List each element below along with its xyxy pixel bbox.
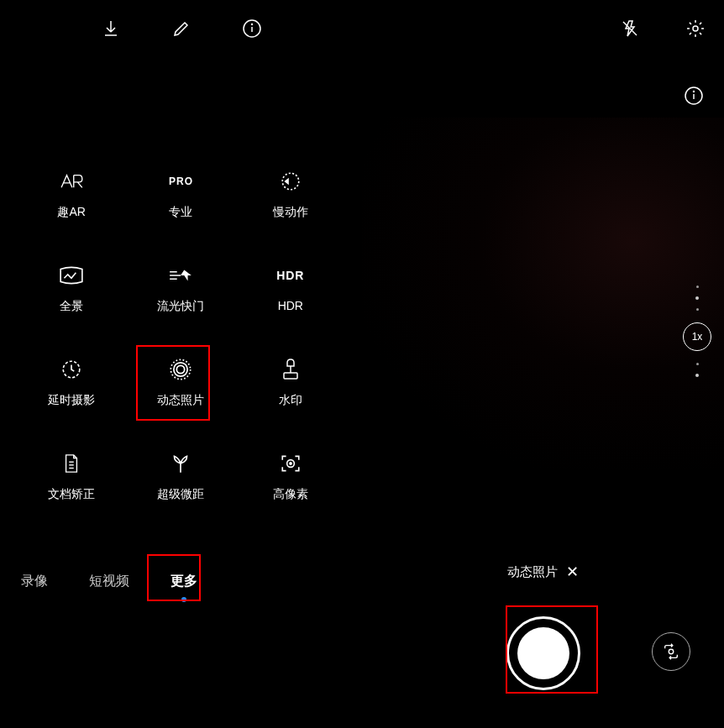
top-toolbar [0, 17, 362, 40]
pro-icon: PRO [167, 168, 194, 195]
mode-timelapse[interactable]: 延时摄影 [17, 356, 126, 408]
edit-icon[interactable] [170, 17, 193, 40]
info-icon[interactable] [682, 84, 706, 107]
mode-highres[interactable]: 高像素 [236, 450, 345, 502]
mode-label: 水印 [279, 393, 302, 408]
mode-hdr[interactable]: HDR HDR [236, 262, 345, 314]
mode-ar[interactable]: 趣AR [17, 168, 126, 220]
mode-label: 专业 [169, 205, 192, 220]
mode-slowmo[interactable]: 慢动作 [236, 168, 345, 220]
mode-label: 延时摄影 [48, 393, 95, 408]
svg-point-20 [669, 649, 674, 654]
docscan-icon [58, 450, 85, 477]
zoom-indicator[interactable]: 1x [683, 285, 711, 377]
flash-off-icon[interactable] [618, 17, 642, 40]
livephoto-icon [167, 356, 194, 383]
camera-viewfinder-screen: 1x 动态照片 ✕ [362, 0, 724, 728]
slowmo-icon [277, 168, 304, 195]
svg-point-6 [177, 365, 185, 373]
modes-grid: 趣AR PRO 专业 慢动作 全景 流光快门 [0, 168, 362, 502]
viewfinder[interactable] [362, 118, 724, 470]
download-icon[interactable] [99, 17, 123, 40]
mode-supermacro[interactable]: 超级微距 [126, 450, 235, 502]
zoom-level[interactable]: 1x [683, 322, 711, 351]
lightpainting-icon [167, 262, 194, 289]
highres-icon [277, 450, 304, 477]
mode-label: 趣AR [57, 205, 85, 220]
watermark-icon [277, 356, 304, 383]
mode-nav: 录像 短视频 更多 [0, 569, 218, 594]
current-mode-indicator: 动态照片 ✕ [362, 563, 724, 581]
nav-shortvideo[interactable]: 短视频 [82, 569, 136, 594]
svg-point-14 [290, 463, 291, 464]
zoom-dot [696, 308, 699, 311]
svg-point-19 [694, 92, 695, 92]
zoom-dot [696, 285, 699, 288]
settings-icon[interactable] [684, 17, 707, 40]
mode-docscan[interactable]: 文档矫正 [17, 450, 126, 502]
zoom-dot [696, 363, 699, 365]
shutter-button[interactable] [506, 616, 580, 690]
top-toolbar-right [362, 17, 724, 40]
switch-camera-button[interactable] [652, 632, 690, 671]
svg-point-2 [251, 24, 252, 25]
more-modes-screen: 趣AR PRO 专业 慢动作 全景 流光快门 [0, 0, 362, 728]
current-mode-label: 动态照片 [507, 564, 558, 580]
shutter-inner [517, 627, 569, 679]
ar-icon [58, 168, 85, 195]
nav-more[interactable]: 更多 [164, 569, 204, 594]
panorama-icon [58, 262, 85, 289]
mode-livephoto[interactable]: 动态照片 [126, 356, 235, 408]
mode-pro[interactable]: PRO 专业 [126, 168, 235, 220]
mode-panorama[interactable]: 全景 [17, 262, 126, 314]
mode-lightpainting[interactable]: 流光快门 [126, 262, 235, 314]
info-icon[interactable] [240, 17, 264, 40]
nav-video[interactable]: 录像 [14, 569, 55, 594]
close-mode-icon[interactable]: ✕ [566, 563, 579, 581]
mode-label: 全景 [60, 299, 83, 314]
svg-rect-9 [284, 373, 297, 379]
hdr-icon: HDR [277, 262, 304, 289]
mode-label: 动态照片 [157, 393, 204, 408]
timelapse-icon [58, 356, 85, 383]
mode-watermark[interactable]: 水印 [236, 356, 345, 408]
mode-label: 高像素 [273, 487, 308, 502]
zoom-dot [695, 374, 699, 377]
svg-marker-4 [284, 178, 288, 186]
mode-label: 慢动作 [273, 205, 308, 220]
svg-point-7 [174, 363, 187, 376]
mode-label: 超级微距 [157, 487, 204, 502]
svg-point-16 [693, 26, 698, 31]
zoom-dot [695, 296, 699, 300]
mode-label: HDR [278, 299, 303, 312]
mode-label: 文档矫正 [48, 487, 95, 502]
supermacro-icon [167, 450, 194, 477]
mode-label: 流光快门 [157, 299, 204, 314]
